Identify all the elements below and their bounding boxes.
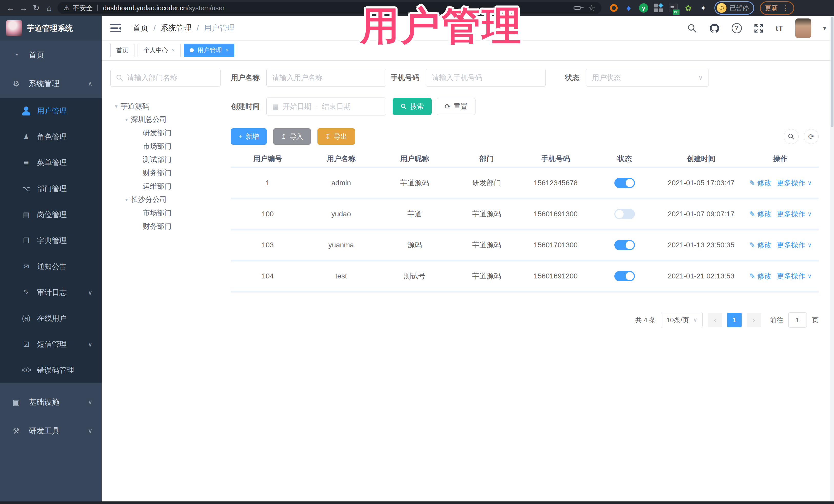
department-search-input[interactable] <box>127 74 215 82</box>
current-page-button[interactable]: 1 <box>727 313 742 327</box>
collapse-sidebar-icon[interactable] <box>110 24 121 32</box>
search-button[interactable]: 搜索 <box>393 98 432 115</box>
tree-node[interactable]: 市场部门 <box>110 139 221 153</box>
page-scrollbar[interactable] <box>830 16 834 501</box>
cell-department: 芋道源码 <box>452 240 522 250</box>
caret-icon[interactable]: ▾ <box>125 197 128 203</box>
status-toggle[interactable] <box>614 178 635 188</box>
breadcrumb-system[interactable]: 系统管理 <box>161 23 192 34</box>
tree-node[interactable]: 财务部门 <box>110 166 221 180</box>
extension-ring-icon[interactable] <box>609 3 618 13</box>
mobile-field[interactable] <box>426 69 546 87</box>
reset-button[interactable]: ⟳ 重置 <box>437 98 476 115</box>
search-icon[interactable] <box>687 23 697 34</box>
goto-page-input[interactable] <box>788 312 807 328</box>
toggle-search-button[interactable] <box>784 129 798 144</box>
cell-created: 2021-01-13 23:50:35 <box>660 241 742 249</box>
fullscreen-icon[interactable] <box>754 23 764 34</box>
sidebar-item-error-codes[interactable]: </> 错误码管理 <box>0 357 102 383</box>
status-toggle[interactable] <box>614 271 635 281</box>
sidebar-item-roles[interactable]: ♟ 角色管理 <box>0 124 102 150</box>
add-button[interactable]: + 新增 <box>231 128 267 145</box>
tab-home[interactable]: 首页 <box>110 44 134 57</box>
github-icon[interactable] <box>709 23 720 34</box>
tree-node[interactable]: ▾深圳总公司 <box>110 113 221 126</box>
refresh-table-button[interactable]: ⟳ <box>804 129 819 144</box>
department-search[interactable] <box>110 69 221 87</box>
password-key-icon[interactable] <box>573 6 581 10</box>
tree-node-root[interactable]: ▾芋道源码 <box>110 100 221 113</box>
scrollbar-thumb[interactable] <box>831 17 833 127</box>
caret-icon[interactable]: ▾ <box>115 103 117 109</box>
extension-gem-icon[interactable]: ♦ <box>624 3 633 13</box>
caret-icon[interactable]: ▾ <box>125 116 128 123</box>
sidebar-item-audit-log[interactable]: ✎ 审计日志 ∨ <box>0 280 102 305</box>
code-icon: </> <box>22 366 31 374</box>
sidebar-item-sms[interactable]: ☑ 短信管理 ∨ <box>0 331 102 357</box>
sidebar-item-dictionary[interactable]: ❐ 字典管理 <box>0 227 102 254</box>
tree-node[interactable]: ▾长沙分公司 <box>110 193 221 206</box>
edit-icon: ✎ <box>749 179 755 187</box>
status-select[interactable]: 用户状态 ∨ <box>586 69 709 87</box>
page-size-select[interactable]: 10条/页 ∨ <box>661 312 703 328</box>
security-label[interactable]: 不安全 <box>73 4 93 13</box>
forward-icon[interactable]: → <box>17 2 30 14</box>
export-button[interactable]: ↧ 导出 <box>317 128 355 145</box>
back-icon[interactable]: ← <box>4 2 17 14</box>
sidebar-item-home[interactable]: ◔ 首页 <box>0 41 102 69</box>
browser-update-button[interactable]: 更新 ⋮ <box>760 1 794 15</box>
browser-menu-icon[interactable]: ⋮ <box>782 4 789 12</box>
sidebar-item-menus[interactable]: ≣ 菜单管理 <box>0 150 102 176</box>
browser-profile-chip[interactable]: ☺ 已暂停 <box>715 1 754 15</box>
edit-link[interactable]: ✎修改 <box>749 271 771 281</box>
tree-node[interactable]: 测试部门 <box>110 153 221 166</box>
breadcrumb-home[interactable]: 首页 <box>133 23 148 34</box>
edit-link[interactable]: ✎修改 <box>749 209 771 219</box>
username-input[interactable] <box>272 74 380 82</box>
sidebar-item-infrastructure[interactable]: ▣ 基础设施 ∨ <box>0 388 102 416</box>
extension-switch-icon[interactable]: on <box>669 3 678 13</box>
sidebar-item-notices[interactable]: ✉ 通知公告 <box>0 254 102 280</box>
date-range-picker[interactable]: ▦ 开始日期 - 结束日期 <box>266 97 386 115</box>
more-actions-link[interactable]: 更多操作∨ <box>777 178 812 188</box>
sidebar-item-dev-tools[interactable]: ⚒ 研发工具 ∨ <box>0 416 102 445</box>
avatar-caret-icon[interactable]: ▾ <box>823 24 826 32</box>
close-icon[interactable]: × <box>172 47 175 53</box>
edit-link[interactable]: ✎修改 <box>749 240 771 250</box>
user-avatar[interactable] <box>795 19 811 38</box>
font-size-icon[interactable]: tT <box>776 24 784 32</box>
extension-leaf-icon[interactable]: ✿ <box>684 3 693 13</box>
sidebar-item-online-users[interactable]: (a) 在线用户 <box>0 305 102 331</box>
download-icon: ↧ <box>325 133 331 140</box>
bookmark-star-icon[interactable]: ☆ <box>588 3 595 13</box>
status-toggle[interactable] <box>614 240 635 250</box>
sidebar-item-departments[interactable]: ⌥ 部门管理 <box>0 176 102 202</box>
more-actions-link[interactable]: 更多操作∨ <box>777 271 812 281</box>
next-page-button[interactable]: › <box>747 313 761 327</box>
tab-profile[interactable]: 个人中心 × <box>137 44 181 57</box>
tree-node[interactable]: 市场部门 <box>110 206 221 220</box>
close-icon[interactable]: × <box>225 47 229 53</box>
extension-grid-icon[interactable] <box>654 3 663 13</box>
extension-green-icon[interactable]: y <box>639 3 648 13</box>
username-field[interactable] <box>266 69 386 87</box>
more-actions-link[interactable]: 更多操作∨ <box>777 240 812 250</box>
help-icon[interactable]: ? <box>731 23 742 34</box>
sidebar-item-users[interactable]: 用户管理 <box>0 98 102 124</box>
sidebar-item-system[interactable]: ⚙ 系统管理 ∧ <box>0 69 102 98</box>
tree-node[interactable]: 运维部门 <box>110 180 221 193</box>
extensions-puzzle-icon[interactable]: ✦ <box>699 3 708 13</box>
edit-link[interactable]: ✎修改 <box>749 178 771 188</box>
more-actions-link[interactable]: 更多操作∨ <box>777 209 812 219</box>
tree-node[interactable]: 研发部门 <box>110 126 221 139</box>
tree-node[interactable]: 财务部门 <box>110 220 221 233</box>
mobile-input[interactable] <box>432 74 540 82</box>
tab-user-management[interactable]: 用户管理 × <box>184 44 235 57</box>
prev-page-button[interactable]: ‹ <box>708 313 722 327</box>
url-host: dashboard.yudao.iocoder.cn <box>103 4 187 12</box>
home-icon[interactable]: ⌂ <box>43 2 56 14</box>
sidebar-item-posts[interactable]: ▤ 岗位管理 <box>0 202 102 227</box>
import-button[interactable]: ↥ 导入 <box>273 128 311 145</box>
status-toggle[interactable] <box>614 209 635 219</box>
reload-icon[interactable]: ↻ <box>30 2 43 14</box>
